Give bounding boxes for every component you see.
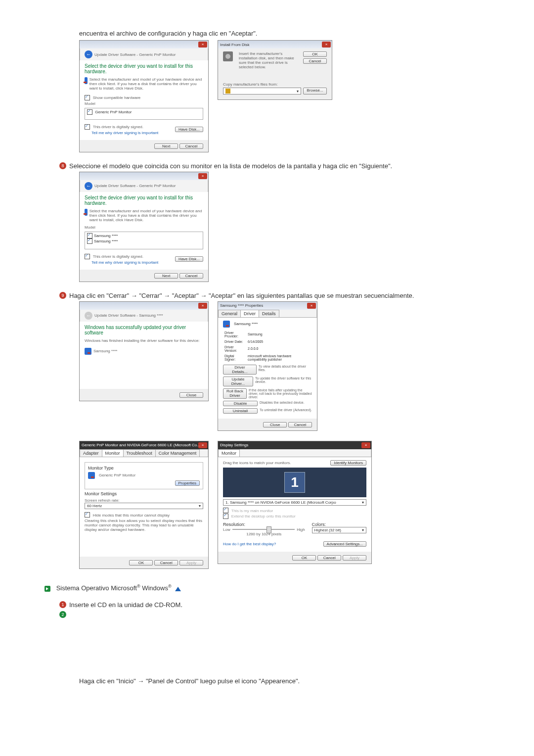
dialog-title: Display Settings [220,443,248,447]
tab-monitor[interactable]: Monitor [218,449,240,457]
ok-button[interactable]: OK [292,555,316,561]
model-item: Generic PnP Monitor [95,109,132,114]
advanced-settings-button[interactable]: Advanced Settings... [323,541,366,547]
signed-icon [85,124,90,130]
device-name: Samsung **** [234,322,258,326]
tab-troubleshoot[interactable]: Troubleshoot [123,449,156,457]
back-icon: ← [85,312,92,320]
dialog-heading: Select the device driver you want to ins… [85,63,203,74]
os-heading: Sistema Operativo Microsoft® Windows® [44,584,514,592]
cancel-button[interactable]: Cancel [288,422,312,427]
dialog-title: Samsung **** Properties [220,303,263,308]
dialog-heading: Select the device driver you want to ins… [85,195,203,206]
update-driver-button[interactable]: Update Driver... [223,377,253,386]
monitor-settings-header: Monitor Settings [85,491,203,496]
model-check-icon [87,238,92,244]
next-button[interactable]: Next [154,143,178,149]
close-icon[interactable]: × [198,42,207,47]
cancel-button[interactable]: Cancel [179,143,203,149]
close-button[interactable]: Close [179,392,203,398]
disable-button[interactable]: Disable [223,401,258,406]
tab-details[interactable]: Details [259,310,279,317]
tell-me-link[interactable]: Tell me why driver signing is important [91,260,158,265]
breadcrumb: Update Driver Software - Generic PnP Mon… [94,52,176,57]
ok-button[interactable]: OK [129,560,153,566]
colors-combo[interactable]: Highest (32 bit) ▾ [312,527,366,533]
driver-icon [85,348,91,355]
tab-color-management[interactable]: Color Management [155,449,200,457]
close-icon[interactable]: × [322,42,331,47]
copy-from-label: Copy manufacturer's files from: [223,82,327,87]
ok-button[interactable]: OK [303,51,327,57]
cancel-button[interactable]: Cancel [154,560,178,566]
cancel-button[interactable]: Cancel [303,58,327,64]
dialog-desc: Select the manufacturer and model of you… [89,77,203,91]
identify-button[interactable]: Identify Monitors [330,460,366,466]
path-combo[interactable]: ▾ [223,88,301,94]
monitor-icon [88,472,95,479]
back-icon[interactable]: ← [85,182,92,190]
val-version: 2.0.0.0 [247,345,311,353]
refresh-value: 60 Hertz [87,504,102,508]
main-monitor-checkbox[interactable] [223,508,228,513]
breadcrumb: Update Driver Software - Samsung **** [94,313,163,318]
tell-me-link[interactable]: Tell me why driver signing is important [91,131,158,135]
have-disk-button[interactable]: Have Disk... [175,256,203,262]
rollback-button[interactable]: Roll Back Driver [223,388,247,399]
uninstall-button[interactable]: Uninstall [223,408,258,414]
hide-modes-checkbox[interactable] [85,512,90,518]
monitor-select-combo[interactable]: 1. Samsung **** on NVIDIA GeForce 6600 L… [223,499,366,506]
apply-button[interactable]: Apply [343,555,366,561]
intro-text: encuentra el archivo de configuración y … [79,30,514,37]
breadcrumb: Update Driver Software - Generic PnP Mon… [94,184,176,188]
browse-button[interactable]: Browse... [303,88,327,94]
dialog-install-from-disk: Install From Disk × Insert the manufactu… [218,40,332,100]
colors-label: Colors: [312,522,366,527]
model-list[interactable]: Samsung **** Samsung **** [85,232,203,249]
close-button[interactable]: Close [263,422,287,427]
refresh-label: Screen refresh rate: [85,498,203,503]
properties-button[interactable]: Properties [175,480,200,486]
back-icon[interactable]: ← [85,50,92,58]
os-text-pre: Sistema Operativo Microsoft [56,585,137,592]
monitor-type-header: Monitor Type [88,466,200,471]
tab-adapter[interactable]: Adapter [80,449,102,457]
apply-button[interactable]: Apply [179,560,203,566]
driver-icon [85,77,88,84]
extend-label: Extend the desktop onto this monitor [231,514,296,519]
slider-thumb[interactable] [267,526,271,533]
cancel-button[interactable]: Cancel [179,273,203,279]
resolution-slider[interactable] [232,529,295,530]
cancel-button[interactable]: Cancel [317,555,341,561]
scroll-top-icon[interactable] [175,587,181,591]
signed-text: This driver is digitally signed. [93,254,143,259]
best-display-link[interactable]: How do I get the best display? [223,542,276,546]
close-icon[interactable]: × [361,442,370,448]
have-disk-button[interactable]: Have Disk... [175,127,203,132]
uninstall-text: To uninstall the driver (Advanced). [260,408,312,414]
tab-driver[interactable]: Driver [240,310,259,317]
monitor-preview[interactable]: 1 [223,468,366,497]
step-number-9: 9 [59,292,66,299]
main-monitor-label: This is my main monitor [231,509,273,513]
val-date: 6/14/2005 [247,339,311,344]
model-item: Samsung **** [94,238,118,243]
tab-general[interactable]: General [218,310,241,317]
model-item: Samsung **** [94,233,118,237]
dialog-update-success: × ← Update Driver Software - Samsung ***… [79,301,209,401]
tab-monitor[interactable]: Monitor [102,449,124,457]
dialog-update-driver-2: × ← Update Driver Software - Generic PnP… [79,172,209,282]
driver-details-button[interactable]: Driver Details... [223,365,257,375]
extend-checkbox[interactable] [223,514,228,519]
close-icon[interactable]: × [198,303,207,309]
model-list[interactable]: Generic PnP Monitor [85,108,203,120]
val-provider: Samsung [247,331,311,338]
close-icon[interactable]: × [307,303,316,309]
close-icon[interactable]: × [198,173,207,179]
refresh-combo[interactable]: 60 Hertz ▾ [85,503,203,509]
checkbox-compat[interactable] [85,95,90,100]
dialog-update-driver-1: × ← Update Driver Software - Generic PnP… [79,40,209,152]
drag-text: Drag the icons to match your monitors. [223,461,291,465]
next-button[interactable]: Next [154,273,178,279]
chevron-down-icon: ▾ [362,528,364,532]
